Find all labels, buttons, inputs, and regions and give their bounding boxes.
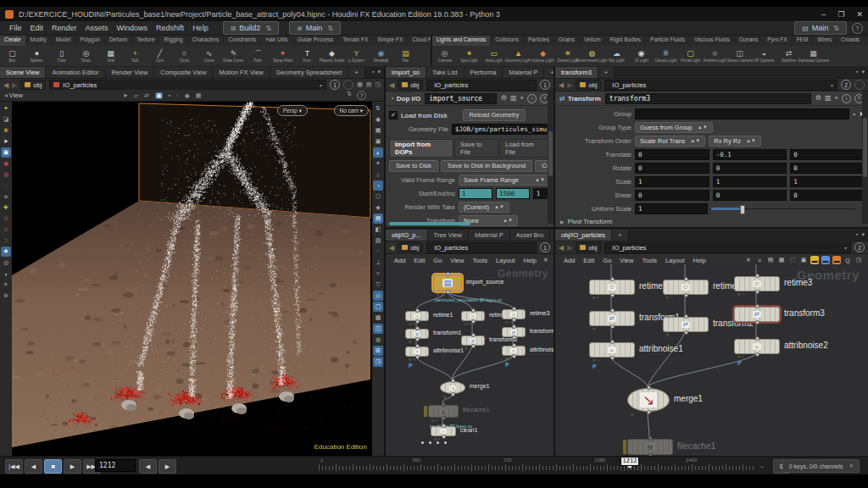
back-icon[interactable]: ◀ xyxy=(559,81,564,89)
shelf-set-selector[interactable]: ▤Main⇅ xyxy=(794,21,847,35)
shelf-tool-environment-light[interactable]: ◍Environment Light xyxy=(580,46,604,66)
render-icon[interactable]: ◉ xyxy=(185,92,190,99)
normals-icon[interactable]: ⊥ xyxy=(373,258,383,268)
stepper-icon[interactable]: ⇅ xyxy=(265,25,271,32)
shelf-tool-torus[interactable]: ◎Torus xyxy=(74,46,98,66)
node-retime3[interactable]: ⊙ xyxy=(502,309,526,319)
node-flags-import_source[interactable]: ○▫ xyxy=(437,291,442,297)
shelf-tab-modify[interactable]: Modify xyxy=(26,36,52,46)
node-flags-retime1[interactable]: ○▫ xyxy=(593,295,598,300)
dot-icon[interactable]: ◦ xyxy=(176,92,178,99)
shelf-tab-constraints[interactable]: Constraints xyxy=(224,36,261,46)
shelf-tab-vellum[interactable]: Vellum xyxy=(580,36,606,46)
scene-tab-0[interactable]: Scene View xyxy=(0,67,46,78)
snap-point-icon[interactable]: ⊃ xyxy=(1,225,11,235)
handle-icon[interactable]: ◉ xyxy=(1,158,11,169)
shelf-tool-sky-light[interactable]: ☁Sky Light xyxy=(604,46,629,66)
view-tool-icon[interactable]: ❖ xyxy=(1,247,11,257)
net-menu-add[interactable]: Add xyxy=(391,257,409,264)
xform-tab-0[interactable]: transform3 xyxy=(555,67,598,78)
node-attribnoise1[interactable]: ≈ xyxy=(405,347,429,357)
shelf-tab-particle-fluids[interactable]: Particle Fluids xyxy=(646,36,690,46)
pose-tool-icon[interactable]: ◪ xyxy=(1,114,11,125)
node-flags-transform1[interactable]: ○ xyxy=(593,326,595,331)
import-tab-2[interactable]: Performa xyxy=(465,67,504,78)
light-default-icon[interactable]: ✶ xyxy=(373,158,383,169)
go-start-button[interactable]: |◀◀ xyxy=(5,459,23,474)
rotate-y-field[interactable]: 0 xyxy=(713,163,787,174)
node-flags-transform2[interactable]: ○ xyxy=(666,332,669,337)
lasso-icon[interactable]: ▱ xyxy=(134,92,138,99)
shelf-tool-distant-light[interactable]: ☀Distant Light xyxy=(555,46,580,66)
geometry-file-field[interactable]: $JOB/geo/particules_simul xyxy=(452,124,554,135)
wire-icon[interactable]: ▧ xyxy=(373,236,383,246)
layout-icon[interactable]: ▤ xyxy=(366,81,372,88)
node-retime3[interactable]: ⊙ xyxy=(734,276,780,291)
link-badge[interactable]: 1 xyxy=(540,80,550,90)
link-badge-empty[interactable] xyxy=(343,80,353,90)
shelf-tab-oceans[interactable]: Oceans xyxy=(735,36,763,46)
link-badge[interactable]: 2 xyxy=(841,80,851,90)
step-forward-button[interactable]: ▶ xyxy=(159,459,176,474)
valid-frame-range-dropdown[interactable]: Save Frame Range▲▼ xyxy=(459,175,550,186)
menu-help[interactable]: Help xyxy=(188,22,213,34)
shear-y-field[interactable]: 0 xyxy=(713,190,787,201)
split-view-icon[interactable]: ⇅ xyxy=(347,91,352,100)
select-arrow-icon[interactable]: ➤ xyxy=(1,136,11,147)
net-menu-go[interactable]: Go xyxy=(430,257,445,264)
net-menu-edit[interactable]: Edit xyxy=(410,257,428,264)
node-flags-retime3[interactable]: ○▫ xyxy=(505,319,511,324)
net-menu-layout[interactable]: Layout xyxy=(662,257,688,264)
shelf-tool-box[interactable]: ▢Box xyxy=(0,46,25,66)
node-flags-attribnoise2[interactable]: ○▫ xyxy=(737,354,743,359)
shelf-tool-spot-light[interactable]: ✶Spot Light xyxy=(457,46,481,66)
export-view-icon[interactable]: ▦ xyxy=(373,125,383,136)
translate-icon[interactable]: ◍ xyxy=(1,169,11,180)
shelf-tool-platonic-solids[interactable]: ◆Platonic Solids xyxy=(320,46,344,66)
reload-geometry-button[interactable]: Reload Geometry xyxy=(463,109,526,121)
save-to-disk-button[interactable]: Save to Disk xyxy=(389,160,438,172)
render-region-icon[interactable]: ◳ xyxy=(373,357,383,367)
context-chip[interactable]: obj xyxy=(398,80,423,90)
wrench-icon[interactable]: ✕ xyxy=(744,256,753,264)
shelf-tool-caustic-light[interactable]: ※Caustic Light xyxy=(654,46,678,66)
node-clean1[interactable]: ✓ xyxy=(431,426,456,436)
hand-tool-icon[interactable]: ◗ xyxy=(1,269,11,279)
radial-menu-selector[interactable]: ⊕Main⇅ xyxy=(289,21,341,35)
scene-tab-1[interactable]: Animation Editor xyxy=(46,67,105,78)
handles-icon[interactable]: ⇄ xyxy=(144,92,149,99)
shelf-tool-volume-light[interactable]: ◆Volume Light xyxy=(531,46,555,66)
current-frame-field[interactable]: 1212 xyxy=(95,459,136,472)
node-flags-attribnoise2[interactable]: ○▫ xyxy=(505,356,511,361)
shelf-tool-tube[interactable]: ▯Tube xyxy=(49,46,74,66)
list-icon[interactable]: ▤ xyxy=(766,256,775,264)
load-from-disk-checkbox[interactable]: ✓ xyxy=(389,111,398,119)
shelf-tab-simple-fx[interactable]: Simple FX xyxy=(373,36,408,46)
image-plane-icon[interactable]: ▣ xyxy=(799,256,808,264)
shelf-tool-camera[interactable]: ◎Camera xyxy=(432,46,457,66)
scale-y-field[interactable]: 1 xyxy=(713,176,787,187)
pane-dropdown-icon[interactable]: ▾ xyxy=(861,231,865,238)
scene-tab-5[interactable]: Geometry Spreadsheet xyxy=(270,67,349,78)
shelf-tab-guide-process[interactable]: Guide Process xyxy=(293,36,339,46)
shelf-tool-font[interactable]: TFont xyxy=(295,46,320,66)
shelf-tab-collisions[interactable]: Collisions xyxy=(491,36,524,46)
node-filecache1[interactable]: ▤ xyxy=(627,439,673,455)
menu-render[interactable]: Render xyxy=(47,22,81,34)
grid-toggle-icon[interactable]: ⌗ xyxy=(373,269,383,279)
shelf-tool-sphere[interactable]: ●Sphere xyxy=(25,46,49,66)
shelf-tab-rigging[interactable]: Rigging xyxy=(160,36,188,46)
info-icon[interactable]: i xyxy=(527,94,537,103)
node-path-field[interactable]: IO_particles▾ xyxy=(604,242,851,253)
node-retime1[interactable]: ⊙ xyxy=(405,311,429,321)
orbit-tool-icon[interactable]: ◎ xyxy=(1,258,11,268)
find-icon[interactable]: Q xyxy=(843,256,852,264)
visualizer-icon[interactable]: ◇ xyxy=(373,291,383,301)
light-headlight-icon[interactable]: ○ xyxy=(373,169,383,180)
shelf-tab-cloud-fx[interactable]: Cloud FX xyxy=(408,36,431,46)
shade-mode-icon[interactable]: ◐ xyxy=(373,147,383,158)
modeler-tool-icon[interactable]: ✦ xyxy=(1,103,11,114)
points-icon[interactable]: ⁘ xyxy=(373,247,383,257)
net-menu-edit[interactable]: Edit xyxy=(580,257,598,264)
cache-flag[interactable] xyxy=(623,440,626,454)
